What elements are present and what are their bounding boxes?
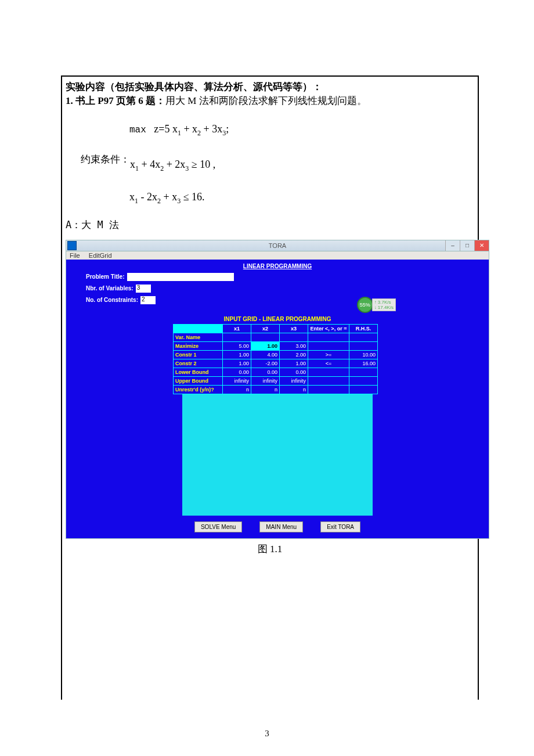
- constraint-1: x1 + 4x2 + 2x3 ≥ 10 ,: [130, 153, 215, 180]
- grid-empty-area: [182, 394, 373, 516]
- doc-heading: 实验内容（包括实验具体内容、算法分析、源代码等等）：: [66, 80, 474, 94]
- tora-screenshot: TORA – □ ✕ File EditGrid LINEAR PROGRAMM…: [66, 240, 489, 539]
- table-row: Constr 11.004.002.00>=10.00: [174, 350, 378, 359]
- titlebar: TORA – □ ✕: [66, 240, 489, 251]
- main-menu-button[interactable]: MAIN Menu: [259, 521, 303, 532]
- table-row: Unrestr'd (y/n)?nnn: [174, 385, 378, 394]
- menu-file[interactable]: File: [70, 252, 80, 259]
- problem-intro: 1. 书上 P97 页第 6 题：用大 M 法和两阶段法求解下列线性规划问题。: [66, 94, 474, 108]
- network-badge: 55% ↑ 3.7K/s↓ 17.4K/s: [357, 297, 396, 313]
- app-icon: [67, 241, 77, 250]
- table-row: Maximize5.001.003.00: [174, 341, 378, 350]
- minimize-button[interactable]: –: [445, 240, 460, 251]
- constraint-label: 约束条件：: [81, 153, 130, 180]
- label-nbr-vars: Nbr. of Variables:: [86, 285, 134, 291]
- page-number: 3: [0, 729, 534, 739]
- menubar: File EditGrid: [66, 251, 489, 260]
- close-button[interactable]: ✕: [474, 240, 489, 251]
- lp-heading: LINEAR PROGRAMMING: [66, 260, 489, 271]
- input-nbr-vars[interactable]: 3: [136, 285, 151, 293]
- table-row: Constr 21.00-2.001.00<=16.00: [174, 359, 378, 368]
- network-circle-icon: 55%: [357, 297, 373, 313]
- label-problem-title: Problem Title:: [86, 273, 125, 280]
- label-nbr-cons: No. of Constraints:: [86, 297, 138, 303]
- input-problem-title[interactable]: [127, 273, 234, 281]
- solve-menu-button[interactable]: SOLVE Menu: [194, 521, 242, 532]
- input-grid[interactable]: x1 x2 x3 Enter <, >, or = R.H.S. Var. Na…: [173, 324, 378, 394]
- menu-editgrid[interactable]: EditGrid: [89, 252, 112, 259]
- exit-tora-button[interactable]: Exit TORA: [320, 521, 360, 532]
- method-a-heading: A：大 M 法: [66, 218, 474, 232]
- constraint-2: x1 - 2x2 + x3 ≤ 16.: [129, 185, 474, 213]
- grid-title: INPUT GRID - LINEAR PROGRAMMING: [173, 316, 382, 322]
- table-row: Var. Name: [174, 333, 378, 341]
- figure-caption: 图 1.1: [66, 542, 474, 556]
- objective-eq: max z=5 x1 + x2 + 3x3;: [129, 117, 474, 145]
- window-title: TORA: [269, 242, 286, 249]
- input-nbr-cons[interactable]: 2: [140, 296, 156, 304]
- table-row: Upper Boundinfinityinfinityinfinity: [174, 376, 378, 385]
- table-row: Lower Bound0.000.000.00: [174, 368, 378, 376]
- maximize-button[interactable]: □: [460, 240, 474, 251]
